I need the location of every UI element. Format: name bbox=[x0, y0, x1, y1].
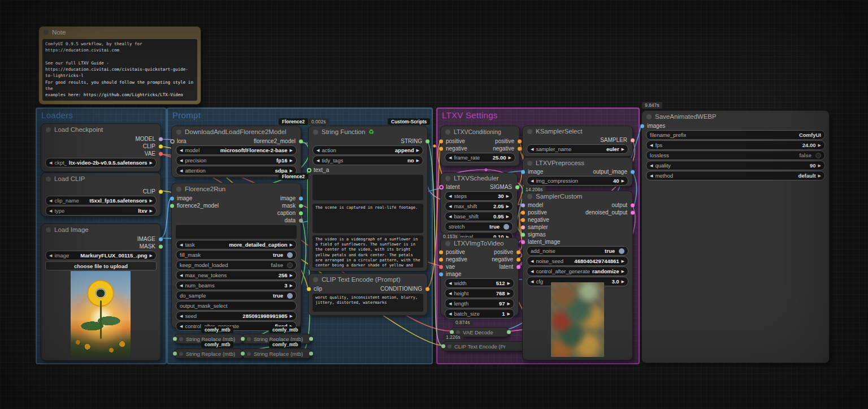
input-slot-latent-image[interactable]: latent_image bbox=[528, 239, 560, 245]
widget-output-mask-select[interactable]: output_mask_select bbox=[176, 301, 297, 311]
prev-arrow-icon[interactable]: ◀ bbox=[449, 214, 452, 218]
output-slot-conditioning[interactable]: CONDITIONING bbox=[380, 286, 422, 292]
prev-arrow-icon[interactable]: ◀ bbox=[180, 283, 183, 287]
prev-arrow-icon[interactable]: ◀ bbox=[449, 312, 452, 316]
collapse-dot[interactable] bbox=[46, 176, 51, 182]
collapse-dot[interactable] bbox=[313, 277, 318, 282]
output-slot-data[interactable]: data bbox=[285, 217, 296, 223]
widget-add-noise[interactable]: add_noisetrue bbox=[527, 246, 628, 256]
next-arrow-icon[interactable]: ▶ bbox=[622, 179, 624, 183]
node-load-clip[interactable]: Load CLIP CLIP ◀clip_namet5xxl_fp16.safe… bbox=[41, 173, 161, 217]
next-arrow-icon[interactable]: ▶ bbox=[622, 269, 624, 273]
widget-method[interactable]: ◀methoddefault▶ bbox=[646, 171, 825, 180]
collapse-dot[interactable] bbox=[176, 130, 181, 135]
prev-arrow-icon[interactable]: ◀ bbox=[650, 174, 653, 178]
widget-sampler-name[interactable]: ◀sampler_nameeuler▶ bbox=[527, 144, 628, 154]
output-slot-florence2-model[interactable]: florence2_model bbox=[254, 138, 296, 144]
node-note[interactable]: Note ComfyUI 0.9.5 workflow, by theally … bbox=[38, 26, 201, 105]
collapse-dot[interactable] bbox=[527, 161, 532, 166]
prev-arrow-icon[interactable]: ◀ bbox=[180, 314, 183, 318]
input-slot-sigmas[interactable]: sigmas bbox=[528, 231, 546, 238]
widget-clip-name[interactable]: ◀clip_namet5xxl_fp16.safetensors▶ bbox=[45, 196, 157, 205]
node-florence2-run[interactable]: Florence2Run image image florence2_model… bbox=[171, 183, 301, 328]
output-slot-positive[interactable]: positive bbox=[495, 138, 514, 144]
widget-length[interactable]: ◀length97▶ bbox=[445, 299, 514, 308]
widget-frame-rate[interactable]: ◀frame_rate25.00▶ bbox=[445, 153, 515, 162]
prev-arrow-icon[interactable]: ◀ bbox=[449, 156, 452, 160]
prev-arrow-icon[interactable]: ◀ bbox=[531, 179, 533, 183]
output-slot-string[interactable]: STRING bbox=[401, 138, 422, 144]
node-florence2-loader[interactable]: DownloadAndLoadFlorence2Model lora flore… bbox=[171, 126, 301, 178]
output-slot-clip[interactable]: CLIP bbox=[143, 188, 155, 195]
output-slot-output-image[interactable]: output_image bbox=[593, 169, 627, 175]
toggle-off[interactable] bbox=[815, 153, 821, 158]
node-string-replace-4[interactable]: String Replace (mtb) bbox=[242, 348, 311, 359]
collapse-dot[interactable] bbox=[527, 194, 532, 199]
prev-arrow-icon[interactable]: ◀ bbox=[180, 148, 183, 152]
prev-arrow-icon[interactable]: ◀ bbox=[531, 259, 533, 263]
output-slot-image[interactable]: IMAGE bbox=[137, 236, 155, 242]
input-slot-clip[interactable]: clip bbox=[314, 286, 322, 292]
input-slot-positive[interactable]: positive bbox=[528, 209, 547, 216]
prev-arrow-icon[interactable]: ◀ bbox=[180, 169, 183, 173]
text-widget-empty[interactable] bbox=[176, 225, 297, 239]
collapse-dot[interactable] bbox=[445, 176, 450, 181]
node-load-image[interactable]: Load Image IMAGE MASK ◀imageMarkuryFLUX_… bbox=[41, 223, 161, 361]
collapse-dot[interactable] bbox=[527, 129, 532, 134]
output-slot-output[interactable]: output bbox=[611, 202, 627, 208]
text-widget-a[interactable] bbox=[313, 175, 423, 200]
output-slot-mask[interactable]: MASK bbox=[140, 243, 155, 249]
output-slot-model[interactable]: MODEL bbox=[135, 136, 155, 142]
prev-arrow-icon[interactable]: ◀ bbox=[531, 147, 533, 151]
prev-arrow-icon[interactable]: ◀ bbox=[49, 209, 52, 213]
next-arrow-icon[interactable]: ▶ bbox=[507, 281, 510, 285]
input-slot-florence2-model[interactable]: florence2_model bbox=[177, 203, 219, 209]
node-ltxv-scheduler[interactable]: LTXVScheduler latent SIGMAS ◀steps30▶ ◀m… bbox=[440, 173, 518, 234]
next-arrow-icon[interactable]: ▶ bbox=[818, 163, 821, 167]
widget-num-beams[interactable]: ◀num_beams3▶ bbox=[176, 281, 297, 290]
toggle-on[interactable] bbox=[287, 252, 293, 258]
input-slot-sampler[interactable]: sampler bbox=[528, 224, 548, 230]
input-slot-model[interactable]: model bbox=[528, 202, 543, 208]
next-arrow-icon[interactable]: ▶ bbox=[416, 148, 419, 152]
input-slot-negative[interactable]: negative bbox=[528, 217, 549, 223]
toggle-on[interactable] bbox=[619, 248, 624, 254]
input-slot-positive[interactable]: positive bbox=[446, 249, 465, 255]
widget-base-shift[interactable]: ◀base_shift0.95▶ bbox=[445, 212, 513, 221]
widget-max-new-tokens[interactable]: ◀max_new_tokens256▶ bbox=[176, 270, 297, 280]
prev-arrow-icon[interactable]: ◀ bbox=[180, 158, 183, 162]
output-slot-clip[interactable]: CLIP bbox=[143, 143, 155, 149]
node-save-animated-webp[interactable]: SaveAnimatedWEBP images filename_prefixC… bbox=[641, 110, 830, 363]
widget-fps[interactable]: ◀fps24.00▶ bbox=[646, 140, 825, 150]
widget-seed[interactable]: ◀seed285091998991985▶ bbox=[176, 311, 297, 321]
widget-max-shift[interactable]: ◀max_shift2.05▶ bbox=[445, 201, 513, 211]
widget-noise-seed[interactable]: ◀noise_seed468040429744861▶ bbox=[527, 256, 628, 266]
output-slot-vae[interactable]: VAE bbox=[145, 150, 155, 157]
widget-ckpt-name[interactable]: ◀ckpt_nameltx-video-2b-v0.9.5.safetensor… bbox=[45, 158, 157, 167]
toggle-on[interactable] bbox=[287, 293, 293, 299]
prev-arrow-icon[interactable]: ◀ bbox=[49, 253, 52, 257]
prev-arrow-icon[interactable]: ◀ bbox=[449, 302, 452, 305]
prev-arrow-icon[interactable]: ◀ bbox=[180, 243, 183, 247]
node-sampler-custom[interactable]: SamplerCustom model output positive deno… bbox=[522, 191, 633, 360]
widget-lossless[interactable]: losslessfalse bbox=[646, 150, 825, 160]
node-string-replace-3[interactable]: String Replace (mtb) bbox=[174, 348, 244, 359]
next-arrow-icon[interactable]: ▶ bbox=[506, 214, 509, 218]
widget-stretch[interactable]: stretchtrue bbox=[445, 222, 513, 231]
node-graph-canvas[interactable]: Loaders Prompt LTXV Settings bbox=[0, 0, 868, 409]
input-slot-image[interactable]: image bbox=[177, 195, 192, 201]
prev-arrow-icon[interactable]: ◀ bbox=[449, 194, 452, 198]
widget-steps[interactable]: ◀steps30▶ bbox=[445, 191, 513, 201]
next-arrow-icon[interactable]: ▶ bbox=[290, 148, 293, 152]
output-slot-mask[interactable]: mask bbox=[282, 203, 296, 209]
prev-arrow-icon[interactable]: ◀ bbox=[531, 269, 533, 273]
prev-arrow-icon[interactable]: ◀ bbox=[180, 273, 183, 277]
next-arrow-icon[interactable]: ▶ bbox=[290, 169, 293, 173]
next-arrow-icon[interactable]: ▶ bbox=[622, 147, 624, 151]
widget-height[interactable]: ◀height768▶ bbox=[445, 289, 514, 298]
collapse-dot[interactable] bbox=[179, 337, 183, 341]
widget-action[interactable]: ◀actionappend▶ bbox=[313, 145, 423, 155]
collapse-dot[interactable] bbox=[646, 114, 652, 119]
toggle-on[interactable] bbox=[504, 224, 509, 230]
next-arrow-icon[interactable]: ▶ bbox=[150, 161, 153, 165]
